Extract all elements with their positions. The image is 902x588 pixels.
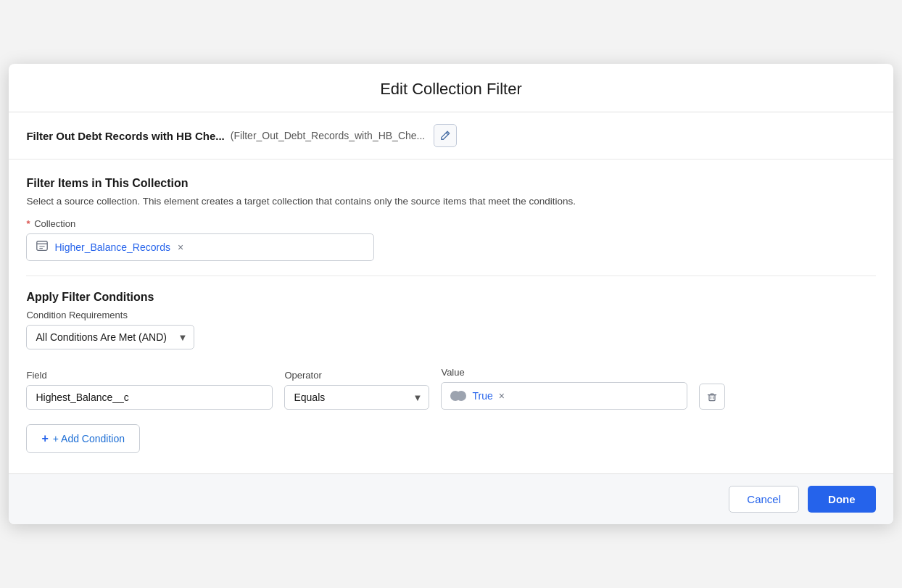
collection-tag-value: Higher_Balance_Records xyxy=(54,241,170,253)
plus-icon: + xyxy=(41,432,48,445)
boolean-icon xyxy=(450,391,466,401)
edit-collection-filter-modal: Edit Collection Filter Filter Out Debt R… xyxy=(9,64,893,524)
operator-select-wrapper: Equals Not Equals Greater Than Less Than… xyxy=(284,385,429,410)
modal-footer: Cancel Done xyxy=(9,473,893,524)
field-column-label: Field xyxy=(26,370,273,381)
condition-req-label: Condition Requirements xyxy=(26,310,875,320)
value-input[interactable]: True × xyxy=(441,382,687,410)
collection-input[interactable]: Higher_Balance_Records × xyxy=(26,233,374,261)
condition-row: Field Operator Equals Not Equals Greater… xyxy=(26,367,875,410)
filter-items-section: Filter Items in This Collection Select a… xyxy=(26,177,875,261)
value-column-label: Value xyxy=(441,367,687,378)
required-indicator: * xyxy=(26,218,30,229)
field-group: Field xyxy=(26,370,273,410)
cancel-button[interactable]: Cancel xyxy=(729,486,799,513)
operator-column-label: Operator xyxy=(284,370,429,381)
trash-icon xyxy=(706,391,718,402)
section-divider xyxy=(26,276,875,276)
pencil-icon xyxy=(440,131,450,141)
field-input[interactable] xyxy=(26,385,273,410)
modal-title: Edit Collection Filter xyxy=(26,80,875,99)
condition-requirement-select[interactable]: All Conditions Are Met (AND) Any Conditi… xyxy=(26,325,194,349)
modal-header: Edit Collection Filter xyxy=(9,64,893,112)
operator-select[interactable]: Equals Not Equals Greater Than Less Than xyxy=(284,385,429,410)
filter-id-name: (Filter_Out_Debt_Records_with_HB_Che... xyxy=(231,130,425,141)
conditions-section: Apply Filter Conditions Condition Requir… xyxy=(26,291,875,453)
add-condition-button[interactable]: + + Add Condition xyxy=(26,424,140,453)
done-button[interactable]: Done xyxy=(808,486,876,513)
svg-rect-0 xyxy=(37,241,47,251)
add-condition-label: + Add Condition xyxy=(53,433,125,444)
value-tag: True xyxy=(472,390,492,402)
collection-remove-button[interactable]: × xyxy=(178,241,183,253)
edit-name-button[interactable] xyxy=(434,124,457,147)
collection-icon xyxy=(36,239,49,255)
filter-display-name: Filter Out Debt Records with HB Che... xyxy=(26,130,224,142)
filter-section-description: Select a source collection. This element… xyxy=(26,196,875,207)
collection-field-label: * Collection xyxy=(26,218,875,229)
condition-requirement-wrapper: All Conditions Are Met (AND) Any Conditi… xyxy=(26,325,194,349)
filter-section-title: Filter Items in This Collection xyxy=(26,177,875,190)
conditions-section-title: Apply Filter Conditions xyxy=(26,291,875,304)
value-remove-button[interactable]: × xyxy=(499,390,505,402)
svg-rect-6 xyxy=(709,395,715,401)
svg-point-5 xyxy=(456,391,466,401)
operator-group: Operator Equals Not Equals Greater Than … xyxy=(284,370,429,410)
filter-name-row: Filter Out Debt Records with HB Che... (… xyxy=(9,112,893,160)
value-group: Value True × xyxy=(441,367,687,410)
delete-condition-button[interactable] xyxy=(699,384,725,410)
modal-body: Filter Items in This Collection Select a… xyxy=(9,160,893,453)
